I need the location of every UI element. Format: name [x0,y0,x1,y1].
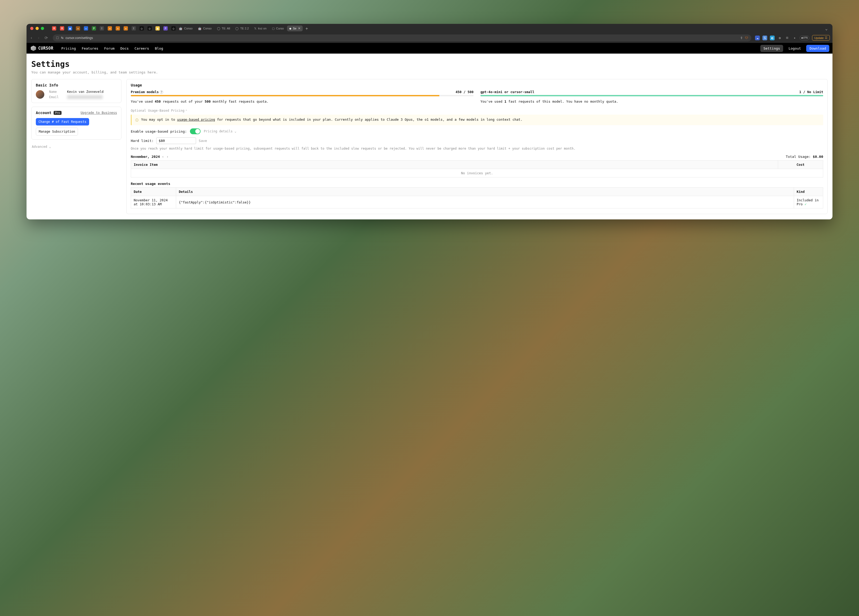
pinned-tab-icon[interactable]: ▦ [155,26,160,31]
premium-usage-text: You've used 450 requests out of your 500… [131,99,473,104]
month-label: November, 2024 [131,155,160,159]
browser-tab[interactable]: ◯TE 2.2 [233,26,251,31]
brand-text: CURSOR [38,46,53,51]
pinned-tab-icon[interactable]: M [52,26,56,31]
email-value: hidden@example.com [67,95,103,99]
pinned-tab-icon[interactable]: ⟟ [131,26,136,31]
browser-tab[interactable]: 🤖Conso [176,26,195,31]
page-subtitle: You can manage your account, billing, an… [31,70,828,74]
pinned-tab-icon[interactable]: ◯ [147,26,152,31]
prev-month-button[interactable]: ‹ [162,155,164,159]
mini-count: 1 / No Limit [799,90,823,94]
browser-tab[interactable]: ◯TE: All [215,26,233,31]
download-button[interactable]: Download [806,45,829,52]
new-tab-button[interactable]: + [304,26,309,31]
invoice-table: Invoice Item Cost No invoices yet. [131,160,823,177]
pinned-tab-icon[interactable]: ⟟ [100,26,104,31]
basic-info-card: Basic Info Name Kevin van Zonneveld Emai… [31,79,122,103]
pinned-tab-icon[interactable]: ◯ [139,26,144,31]
mini-usage-text: You've used 1 fast requests of this mode… [480,99,823,104]
bookmark-icon[interactable]: ☐ [56,36,59,40]
browser-tab[interactable]: 𝕏kvz on [252,26,269,31]
pinned-tab-icon[interactable]: P [92,26,96,31]
nav-forum[interactable]: Forum [104,47,115,50]
browser-tab-strip: M M ▦ ✳ ▭ P ⟟ ✳ ✳ ✳ ⟟ ◯ ◯ ▦ P ◯ 🤖Conso 🤖… [27,24,832,33]
pinned-tab-icon[interactable]: ▭ [84,26,88,31]
browser-tab-active[interactable]: ◆Se✕ [287,25,303,31]
basic-info-heading: Basic Info [36,83,117,87]
kind-header: Kind [794,188,823,196]
pricing-info-banner: ⓘ You may opt in to usage-based pricing … [131,115,823,125]
enable-pricing-toggle[interactable] [190,128,201,134]
vpn-badge[interactable]: ● VPN [800,36,809,40]
next-month-button[interactable]: › [166,155,169,159]
extension-icon[interactable]: ◐ [770,36,775,40]
event-details: {"fastApply":{"isOptimistic":false}} [176,196,794,208]
pinned-tab-icon[interactable]: ◯ [171,26,176,31]
pinned-tab-icon[interactable]: ✳ [123,26,128,31]
page-content: CURSOR Pricing Features Forum Docs Caree… [27,43,832,219]
nav-features[interactable]: Features [82,47,98,50]
premium-usage-block: Premium models? 450 / 500 You've used 45… [131,90,473,104]
usage-based-pricing-link[interactable]: usage-based pricing [177,117,215,122]
info-icon[interactable]: ? [160,91,163,94]
extension-icons: ☁ G ◐ ✿ ⊡ ✦ ● VPN Update☰ [755,35,830,41]
upgrade-link[interactable]: Upgrade to Business [81,111,117,115]
advanced-toggle[interactable]: Advanced ⌄ [31,143,122,150]
change-fast-requests-button[interactable]: Change # of Fast Requests [36,118,89,125]
cost-header: Cost [778,161,823,169]
extension-icon[interactable]: ✿ [777,36,782,40]
nav-docs[interactable]: Docs [120,47,129,50]
browser-update-button[interactable]: Update☰ [812,35,830,41]
hard-limit-input[interactable] [156,138,196,144]
shield-icon[interactable]: 🛡 [745,36,748,40]
check-icon: ✓ [804,202,807,206]
mini-progress-bar [480,95,823,96]
close-tab-icon[interactable]: ✕ [298,27,301,30]
total-usage: Total Usage: $0.00 [786,155,823,159]
pinned-tab-icon[interactable]: ▦ [68,26,72,31]
manage-subscription-button[interactable]: Manage Subscription [36,128,78,136]
close-window-button[interactable] [30,27,33,30]
mini-usage-block: gpt-4o-mini or cursor-small 1 / No Limit… [480,90,823,104]
premium-title: Premium models [131,90,159,94]
tabs-overflow-button[interactable]: ⌄ [822,26,830,31]
reload-button[interactable]: ⟳ [44,35,49,41]
avatar [36,90,44,98]
nav-careers[interactable]: Careers [134,47,149,50]
pinned-tab-icon[interactable]: M [60,26,64,31]
account-card: Account Pro Upgrade to Business Change #… [31,107,122,139]
pricing-details-link[interactable]: Pricing details ⌄ [204,130,236,133]
browser-tab[interactable]: ▢Curso [270,26,286,31]
nav-pricing[interactable]: Pricing [61,47,76,50]
address-bar[interactable]: ☐ ⇆ cursor.com/settings ⇪ 🛡 [53,34,751,41]
optional-pricing-toggle[interactable]: Optional Usage-Based Pricing⌃ [131,109,823,113]
pinned-tab-icon[interactable]: ✳ [76,26,80,31]
mini-title: gpt-4o-mini or cursor-small [480,90,534,94]
back-button[interactable]: ‹ [29,35,34,41]
chevron-down-icon: ⌄ [234,130,236,133]
invoice-item-header: Invoice Item [131,161,778,169]
nav-settings[interactable]: Settings [760,45,783,52]
site-security-icon[interactable]: ⇆ [61,36,63,39]
pinned-tab-icon[interactable]: P [163,26,168,31]
nav-logout[interactable]: Logout [785,45,804,52]
save-button[interactable]: Save [199,139,207,143]
minimize-window-button[interactable] [36,27,39,30]
page-title: Settings [31,59,828,69]
browser-tab[interactable]: 🤖Conso [196,26,214,31]
pinned-tab-icon[interactable]: ✳ [116,26,120,31]
nav-blog[interactable]: Blog [155,47,163,50]
share-icon[interactable]: ⇪ [740,36,743,40]
extensions-menu-icon[interactable]: ⊡ [785,36,789,40]
plan-badge: Pro [53,111,62,115]
brand-logo[interactable]: CURSOR [30,45,55,51]
hamburger-icon: ☰ [825,36,828,39]
chevron-down-icon: ⌄ [49,145,51,149]
extension-icon[interactable]: ☁ [755,36,760,40]
forward-button[interactable]: › [36,35,41,41]
maximize-window-button[interactable] [41,27,44,30]
extension-icon[interactable]: G [762,36,767,40]
extension-icon[interactable]: ✦ [792,36,797,40]
pinned-tab-icon[interactable]: ✳ [108,26,112,31]
